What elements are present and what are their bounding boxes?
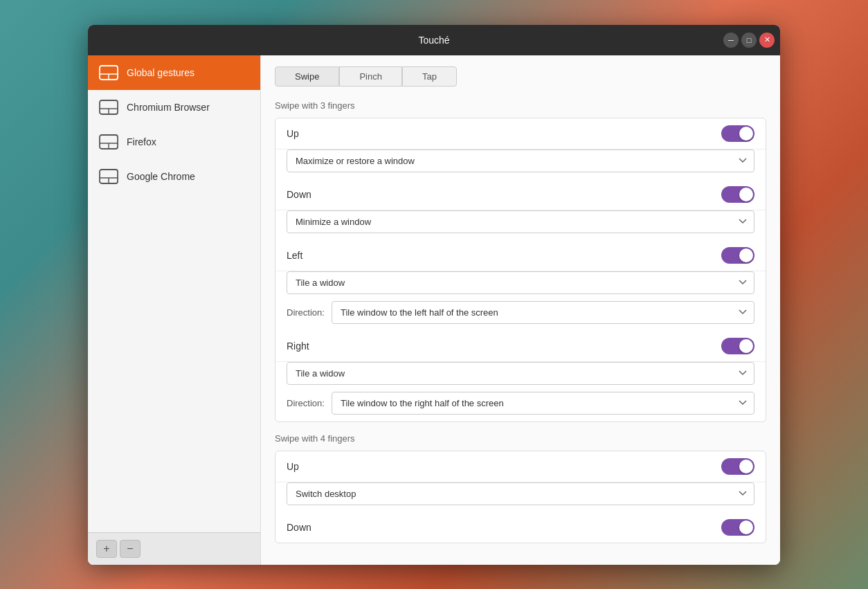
maximize-button[interactable]: □: [741, 33, 757, 48]
swipe3-down-action-select[interactable]: Minimize a window: [287, 210, 754, 233]
main-content: Global gestures Chromium Browser: [88, 55, 780, 565]
swipe3-up-toggle[interactable]: [721, 125, 754, 142]
swipe4-up-label: Up: [287, 461, 299, 472]
chrome-touchpad-icon: [99, 169, 118, 184]
swipe3-left-action-select[interactable]: Tile a widow: [287, 271, 754, 294]
titlebar: Touché ─ □ ✕: [88, 25, 780, 55]
swipe3-left-label: Left: [287, 250, 302, 261]
swipe4-down-label: Down: [287, 522, 311, 533]
swipe3-up-row: Up: [275, 118, 766, 149]
swipe3-right-label: Right: [287, 341, 309, 352]
scroll-area: Swipe with 3 fingers Up Maximize or rest…: [261, 87, 780, 565]
swipe3-left-direction-select[interactable]: Tile window to the left half of the scre…: [332, 301, 754, 324]
swipe3-right-action-select[interactable]: Tile a widow: [287, 362, 754, 385]
titlebar-buttons: ─ □ ✕: [723, 33, 775, 48]
minimize-button[interactable]: ─: [723, 33, 739, 48]
swipe3-right-row: Right: [275, 331, 766, 362]
swipe3-right-direction-select[interactable]: Tile window to the right half of the scr…: [332, 392, 754, 415]
swipe3-down-label: Down: [287, 189, 311, 200]
swipe3-section-label: Swipe with 3 fingers: [275, 100, 766, 111]
swipe3-left-direction-row: Direction: Tile window to the left half …: [275, 301, 766, 331]
window-title: Touché: [418, 35, 449, 46]
tabs-bar: Swipe Pinch Tap: [261, 55, 780, 87]
sidebar-item-firefox-label: Firefox: [127, 136, 156, 147]
sidebar-item-chromium-browser-label: Chromium Browser: [127, 102, 210, 113]
add-button[interactable]: +: [96, 540, 117, 558]
swipe4-up-row: Up: [275, 451, 766, 482]
firefox-touchpad-icon: [99, 134, 118, 149]
swipe3-down-row: Down: [275, 179, 766, 210]
swipe3-up-dropdown-row: Maximize or restore a window: [275, 149, 766, 179]
swipe3-up-label: Up: [287, 128, 299, 139]
sidebar: Global gestures Chromium Browser: [88, 55, 261, 565]
close-button[interactable]: ✕: [759, 33, 775, 48]
swipe3-down-dropdown-row: Minimize a window: [275, 210, 766, 240]
swipe3-left-direction-label: Direction:: [287, 307, 325, 318]
swipe4-up-dropdown-row: Switch desktop: [275, 482, 766, 512]
swipe4-down-toggle[interactable]: [721, 519, 754, 536]
swipe4-group: Up Switch desktop Down: [275, 451, 766, 543]
swipe3-up-action-select[interactable]: Maximize or restore a window: [287, 149, 754, 172]
swipe3-down-toggle[interactable]: [721, 186, 754, 203]
tab-pinch[interactable]: Pinch: [339, 66, 402, 87]
tab-tap[interactable]: Tap: [402, 66, 457, 87]
swipe3-right-direction-label: Direction:: [287, 398, 325, 408]
tab-swipe[interactable]: Swipe: [275, 66, 339, 87]
sidebar-item-chromium-browser[interactable]: Chromium Browser: [88, 90, 260, 125]
swipe3-left-dropdown-row: Tile a widow: [275, 271, 766, 301]
swipe3-right-direction-row: Direction: Tile window to the right half…: [275, 392, 766, 422]
touchpad-icon: [99, 65, 118, 80]
swipe4-section-label: Swipe with 4 fingers: [275, 433, 766, 444]
sidebar-item-google-chrome-label: Google Chrome: [127, 171, 195, 182]
main-window: Touché ─ □ ✕ Global gestures: [88, 25, 780, 565]
content-area: Swipe Pinch Tap Swipe with 3 fingers Up: [261, 55, 780, 565]
sidebar-item-firefox[interactable]: Firefox: [88, 125, 260, 159]
swipe4-up-toggle[interactable]: [721, 458, 754, 475]
swipe3-right-toggle[interactable]: [721, 338, 754, 354]
sidebar-item-global-gestures-label: Global gestures: [127, 67, 195, 78]
swipe4-down-row: Down: [275, 512, 766, 543]
swipe3-left-row: Left: [275, 240, 766, 271]
swipe3-left-toggle[interactable]: [721, 247, 754, 264]
swipe3-right-dropdown-row: Tile a widow: [275, 362, 766, 392]
sidebar-item-global-gestures[interactable]: Global gestures: [88, 55, 260, 90]
chromium-touchpad-icon: [99, 100, 118, 115]
sidebar-item-google-chrome[interactable]: Google Chrome: [88, 159, 260, 194]
swipe4-up-action-select[interactable]: Switch desktop: [287, 482, 754, 505]
remove-button[interactable]: −: [120, 540, 141, 558]
sidebar-footer: + −: [88, 532, 260, 565]
swipe3-group: Up Maximize or restore a window Down: [275, 118, 766, 422]
